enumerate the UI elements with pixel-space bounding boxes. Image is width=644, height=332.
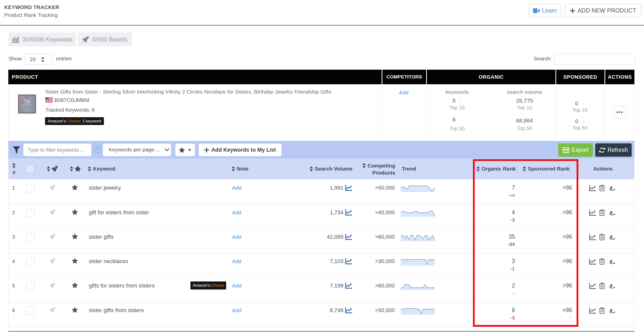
svg-text:MY SISTER: MY SISTER: [21, 104, 31, 106]
